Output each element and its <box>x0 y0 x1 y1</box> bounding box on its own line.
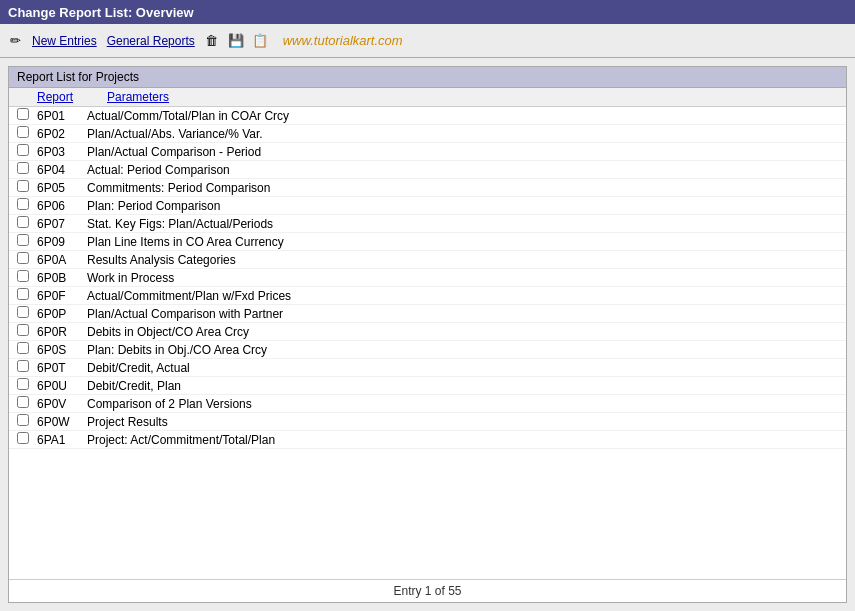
table-row[interactable]: 6P0SPlan: Debits in Obj./CO Area Crcy <box>9 341 846 359</box>
delete-icon[interactable]: 🗑 <box>203 32 221 50</box>
row-checkbox-cell <box>17 306 37 321</box>
content-area: Report List for Projects Report Paramete… <box>0 58 855 611</box>
header-check-col <box>17 90 37 104</box>
row-description: Stat. Key Figs: Plan/Actual/Periods <box>87 217 838 231</box>
table-row[interactable]: 6P0AResults Analysis Categories <box>9 251 846 269</box>
checkbox-6P0U[interactable] <box>17 378 29 390</box>
table-row[interactable]: 6P03Plan/Actual Comparison - Period <box>9 143 846 161</box>
table-body: 6P01Actual/Comm/Total/Plan in COAr Crcy6… <box>9 107 846 579</box>
row-description: Debits in Object/CO Area Crcy <box>87 325 838 339</box>
status-bar: Entry 1 of 55 <box>9 579 846 602</box>
row-checkbox-cell <box>17 144 37 159</box>
checkbox-6P02[interactable] <box>17 126 29 138</box>
row-checkbox-cell <box>17 162 37 177</box>
table-row[interactable]: 6P07Stat. Key Figs: Plan/Actual/Periods <box>9 215 846 233</box>
save-icon[interactable]: 💾 <box>227 32 245 50</box>
copy-icon[interactable]: 📋 <box>251 32 269 50</box>
table-row[interactable]: 6P04Actual: Period Comparison <box>9 161 846 179</box>
row-code: 6P0P <box>37 307 87 321</box>
checkbox-6P09[interactable] <box>17 234 29 246</box>
table-row[interactable]: 6P05Commitments: Period Comparison <box>9 179 846 197</box>
checkbox-6P0F[interactable] <box>17 288 29 300</box>
checkbox-6P03[interactable] <box>17 144 29 156</box>
table-row[interactable]: 6P0FActual/Commitment/Plan w/Fxd Prices <box>9 287 846 305</box>
row-code: 6P03 <box>37 145 87 159</box>
checkbox-6P0W[interactable] <box>17 414 29 426</box>
row-description: Actual/Commitment/Plan w/Fxd Prices <box>87 289 838 303</box>
general-reports-button[interactable]: General Reports <box>105 34 197 48</box>
table-row[interactable]: 6P06Plan: Period Comparison <box>9 197 846 215</box>
checkbox-6P0P[interactable] <box>17 306 29 318</box>
checkbox-6P0A[interactable] <box>17 252 29 264</box>
table-row[interactable]: 6P0WProject Results <box>9 413 846 431</box>
row-code: 6P07 <box>37 217 87 231</box>
toolbar: ✏ New Entries General Reports 🗑 💾 📋 www.… <box>0 24 855 58</box>
row-description: Debit/Credit, Plan <box>87 379 838 393</box>
table-row[interactable]: 6P0VComparison of 2 Plan Versions <box>9 395 846 413</box>
row-description: Work in Process <box>87 271 838 285</box>
row-code: 6P02 <box>37 127 87 141</box>
row-code: 6P06 <box>37 199 87 213</box>
row-code: 6P0R <box>37 325 87 339</box>
row-description: Plan: Debits in Obj./CO Area Crcy <box>87 343 838 357</box>
header-params-col[interactable]: Parameters <box>107 90 838 104</box>
watermark-text: www.tutorialkart.com <box>283 33 403 48</box>
table-row[interactable]: 6P0BWork in Process <box>9 269 846 287</box>
table-row[interactable]: 6P0RDebits in Object/CO Area Crcy <box>9 323 846 341</box>
row-checkbox-cell <box>17 198 37 213</box>
table-row[interactable]: 6PA1Project: Act/Commitment/Total/Plan <box>9 431 846 449</box>
header-report-col[interactable]: Report <box>37 90 107 104</box>
row-code: 6P0S <box>37 343 87 357</box>
row-checkbox-cell <box>17 270 37 285</box>
row-code: 6P0A <box>37 253 87 267</box>
row-description: Plan/Actual Comparison with Partner <box>87 307 838 321</box>
row-description: Actual: Period Comparison <box>87 163 838 177</box>
checkbox-6P05[interactable] <box>17 180 29 192</box>
row-checkbox-cell <box>17 180 37 195</box>
row-description: Plan/Actual/Abs. Variance/% Var. <box>87 127 838 141</box>
row-checkbox-cell <box>17 216 37 231</box>
panel-header: Report List for Projects <box>9 67 846 88</box>
row-checkbox-cell <box>17 324 37 339</box>
new-entries-button[interactable]: New Entries <box>30 34 99 48</box>
row-description: Project: Act/Commitment/Total/Plan <box>87 433 838 447</box>
checkbox-6P01[interactable] <box>17 108 29 120</box>
row-description: Results Analysis Categories <box>87 253 838 267</box>
row-checkbox-cell <box>17 252 37 267</box>
row-description: Comparison of 2 Plan Versions <box>87 397 838 411</box>
row-code: 6P0W <box>37 415 87 429</box>
row-code: 6P04 <box>37 163 87 177</box>
row-description: Plan/Actual Comparison - Period <box>87 145 838 159</box>
table-row[interactable]: 6P0UDebit/Credit, Plan <box>9 377 846 395</box>
pencil-icon[interactable]: ✏ <box>6 32 24 50</box>
checkbox-6PA1[interactable] <box>17 432 29 444</box>
checkbox-6P0R[interactable] <box>17 324 29 336</box>
row-code: 6P0U <box>37 379 87 393</box>
row-code: 6P0V <box>37 397 87 411</box>
report-panel: Report List for Projects Report Paramete… <box>8 66 847 603</box>
row-description: Plan: Period Comparison <box>87 199 838 213</box>
checkbox-6P04[interactable] <box>17 162 29 174</box>
row-checkbox-cell <box>17 432 37 447</box>
row-code: 6P01 <box>37 109 87 123</box>
row-checkbox-cell <box>17 126 37 141</box>
checkbox-6P07[interactable] <box>17 216 29 228</box>
checkbox-6P0B[interactable] <box>17 270 29 282</box>
row-code: 6PA1 <box>37 433 87 447</box>
checkbox-6P0T[interactable] <box>17 360 29 372</box>
row-checkbox-cell <box>17 288 37 303</box>
row-checkbox-cell <box>17 378 37 393</box>
title-text: Change Report List: Overview <box>8 5 194 20</box>
checkbox-6P0V[interactable] <box>17 396 29 408</box>
row-checkbox-cell <box>17 396 37 411</box>
table-row[interactable]: 6P01Actual/Comm/Total/Plan in COAr Crcy <box>9 107 846 125</box>
table-row[interactable]: 6P0TDebit/Credit, Actual <box>9 359 846 377</box>
row-checkbox-cell <box>17 108 37 123</box>
checkbox-6P06[interactable] <box>17 198 29 210</box>
table-row[interactable]: 6P02Plan/Actual/Abs. Variance/% Var. <box>9 125 846 143</box>
row-code: 6P0T <box>37 361 87 375</box>
status-text: Entry 1 of 55 <box>393 584 461 598</box>
checkbox-6P0S[interactable] <box>17 342 29 354</box>
table-row[interactable]: 6P0PPlan/Actual Comparison with Partner <box>9 305 846 323</box>
table-row[interactable]: 6P09Plan Line Items in CO Area Currency <box>9 233 846 251</box>
